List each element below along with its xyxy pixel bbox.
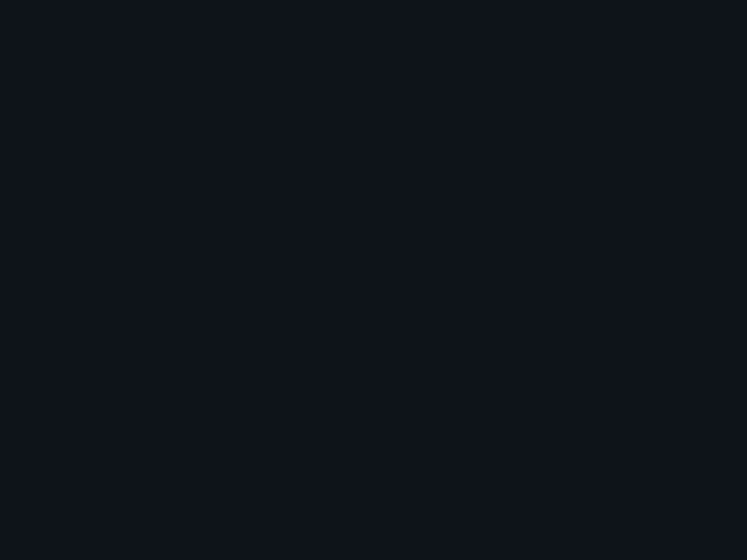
panel-separator [0, 333, 747, 338]
geth-log-panel [0, 51, 747, 322]
lodestar-log-panel [0, 348, 747, 560]
